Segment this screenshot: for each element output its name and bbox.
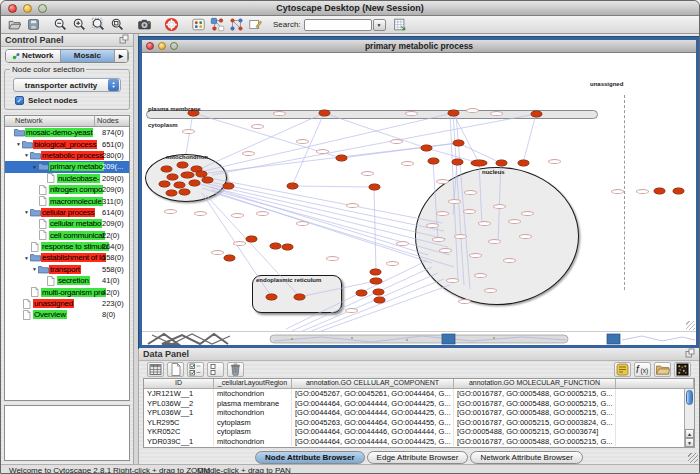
column-header[interactable]: annotation.GO MOLECULAR_FUNCTION bbox=[454, 379, 616, 388]
zoom-out-button[interactable] bbox=[51, 16, 70, 33]
import-table-button[interactable] bbox=[390, 16, 409, 33]
open-session-button[interactable] bbox=[5, 16, 24, 33]
column-header[interactable]: ID bbox=[144, 379, 214, 388]
network-node[interactable] bbox=[202, 177, 213, 183]
tree-row[interactable]: ▼transport558(0) bbox=[5, 264, 129, 275]
network-node[interactable] bbox=[270, 243, 281, 249]
tab-mosaic[interactable]: Mosaic bbox=[61, 50, 116, 62]
matrix-view-button[interactable] bbox=[674, 362, 691, 377]
search-dropdown-button[interactable]: ▼ bbox=[373, 19, 386, 31]
select-attributes-button[interactable] bbox=[187, 362, 204, 377]
network-node[interactable] bbox=[448, 110, 459, 116]
network-node[interactable] bbox=[246, 236, 257, 242]
network-node[interactable] bbox=[369, 184, 380, 190]
table-row[interactable]: YPL036W__1mitochondrion[GO:0044464, GO:0… bbox=[144, 408, 694, 418]
network-node[interactable] bbox=[319, 110, 330, 116]
annotation-button[interactable] bbox=[246, 16, 265, 33]
expand-toggle-icon[interactable]: ▼ bbox=[23, 152, 30, 158]
network-node[interactable] bbox=[161, 166, 172, 172]
tree-row[interactable]: ▼primary metabo209(... bbox=[5, 161, 129, 172]
zoom-fit-button[interactable] bbox=[108, 16, 127, 33]
unselect-attributes-button[interactable] bbox=[207, 362, 224, 377]
vizmapper-button[interactable] bbox=[189, 16, 208, 33]
network-node[interactable] bbox=[673, 188, 684, 194]
network-node[interactable] bbox=[356, 290, 367, 296]
delete-attribute-button[interactable] bbox=[227, 362, 244, 377]
help-button[interactable] bbox=[162, 16, 181, 33]
table-row[interactable]: YJR121W__1mitochondrion[GO:0045267, GO:0… bbox=[144, 389, 694, 399]
apply-layout-selected-button[interactable] bbox=[208, 16, 227, 33]
function-builder-button[interactable]: f(x) bbox=[634, 362, 651, 377]
network-node[interactable] bbox=[266, 294, 277, 300]
network-node[interactable] bbox=[428, 158, 439, 164]
network-node[interactable] bbox=[189, 180, 200, 186]
node-color-dropdown[interactable]: transporter activity ▲▼ bbox=[13, 78, 121, 92]
tab-overflow-arrow[interactable]: ▶ bbox=[115, 50, 128, 62]
network-node[interactable] bbox=[223, 183, 234, 189]
column-header[interactable]: annotation.GO CELLULAR_COMPONENT bbox=[292, 379, 454, 388]
network-node[interactable] bbox=[166, 190, 177, 196]
network-node[interactable] bbox=[177, 162, 188, 168]
tree-row[interactable]: multi-organism pro42(0) bbox=[5, 286, 129, 297]
network-node[interactable] bbox=[471, 160, 487, 166]
network-node[interactable] bbox=[174, 182, 185, 188]
network-node[interactable] bbox=[421, 145, 432, 151]
new-attribute-button[interactable] bbox=[167, 362, 184, 377]
scrollbar-thumb[interactable] bbox=[686, 390, 693, 405]
expand-toggle-icon[interactable]: ▼ bbox=[31, 164, 38, 170]
table-scrollbar[interactable]: ▲ ▼ bbox=[684, 389, 694, 447]
tree-row[interactable]: nucleobase-209(0) bbox=[5, 173, 129, 184]
network-node[interactable] bbox=[179, 189, 190, 195]
tab-network[interactable]: Network bbox=[6, 50, 61, 62]
tab-edge-attribute-browser[interactable]: Edge Attribute Browser bbox=[367, 451, 469, 464]
tree-row[interactable]: Overview8(0) bbox=[5, 309, 129, 320]
network-node[interactable] bbox=[373, 289, 384, 295]
network-node[interactable] bbox=[287, 183, 298, 189]
birds-eye-view[interactable] bbox=[4, 405, 130, 461]
network-canvas[interactable]: plasma membranecytoplasmmitochondrionnuc… bbox=[142, 53, 696, 331]
network-node[interactable] bbox=[374, 297, 385, 303]
network-node[interactable] bbox=[294, 294, 305, 300]
scroll-down-button[interactable]: ▼ bbox=[685, 438, 694, 447]
tree-row[interactable]: unassigned223(0) bbox=[5, 298, 129, 309]
attribute-map-button[interactable] bbox=[614, 362, 631, 377]
network-node[interactable] bbox=[336, 155, 347, 161]
open-attributes-button[interactable] bbox=[654, 362, 671, 377]
network-node[interactable] bbox=[453, 140, 464, 146]
tree-row[interactable]: mosaic-demo-yeast874(0) bbox=[5, 127, 129, 138]
network-node[interactable] bbox=[370, 269, 381, 275]
network-node[interactable] bbox=[282, 244, 293, 250]
table-row[interactable]: YKR052Ccytoplasm[GO:0044464, GO:0044446,… bbox=[144, 427, 694, 437]
network-node[interactable] bbox=[167, 174, 178, 180]
network-window-titlebar[interactable]: primary metabolic process bbox=[142, 40, 696, 53]
scroll-up-button[interactable]: ▲ bbox=[685, 429, 694, 438]
expand-toggle-icon[interactable]: ▼ bbox=[15, 141, 22, 147]
zoom-selected-region-button[interactable] bbox=[89, 16, 108, 33]
tree-row[interactable]: macromolecule311(0) bbox=[5, 195, 129, 206]
export-snapshot-button[interactable] bbox=[135, 16, 154, 33]
network-node[interactable] bbox=[654, 188, 665, 194]
search-input[interactable] bbox=[304, 19, 372, 31]
expand-toggle-icon[interactable]: ▼ bbox=[23, 255, 30, 261]
column-header[interactable]: _cellularLayoutRegion bbox=[214, 379, 292, 388]
tree-row[interactable]: secretion41(0) bbox=[5, 275, 129, 286]
network-node[interactable] bbox=[518, 160, 529, 166]
table-row[interactable]: YLR295Ccytoplasm[GO:0045263, GO:0044464,… bbox=[144, 418, 694, 428]
tree-row[interactable]: cellular metabo209(0) bbox=[5, 218, 129, 229]
tree-row[interactable]: ▼establishment of lo558(0) bbox=[5, 252, 129, 263]
network-node[interactable] bbox=[452, 159, 463, 165]
tree-row[interactable]: ▼metabolic process280(0) bbox=[5, 150, 129, 161]
network-node[interactable] bbox=[159, 181, 170, 187]
network-node[interactable] bbox=[181, 172, 194, 178]
window-resize-grip[interactable] bbox=[688, 453, 698, 463]
apply-layout-all-button[interactable] bbox=[227, 16, 246, 33]
tree-row[interactable]: nitrogen compo209(0) bbox=[5, 184, 129, 195]
tree-row[interactable]: ▼cellular process614(0) bbox=[5, 207, 129, 218]
table-mode-button[interactable] bbox=[147, 362, 164, 377]
zoom-in-button[interactable] bbox=[70, 16, 89, 33]
tab-node-attribute-browser[interactable]: Node Attribute Browser bbox=[255, 451, 365, 464]
expand-toggle-icon[interactable]: ▼ bbox=[23, 209, 30, 215]
select-nodes-checkbox[interactable]: ✓ bbox=[15, 96, 24, 105]
table-row[interactable]: YDR039C__1mitochondrion[GO:0044464, GO:0… bbox=[144, 437, 694, 447]
network-node[interactable] bbox=[196, 171, 207, 177]
